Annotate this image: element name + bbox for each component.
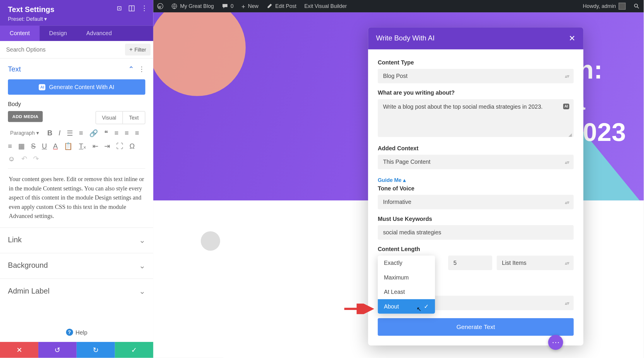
undo-button[interactable]: ↺ [38, 342, 77, 358]
section-kebab-icon[interactable]: ⋮ [138, 65, 145, 73]
length-unit-select[interactable]: List Items▵▿ [497, 255, 574, 270]
panel-tabs: Content Design Advanced [0, 25, 153, 41]
align-right-icon[interactable]: ≡ [135, 129, 139, 137]
divi-fab-button[interactable]: ⋯ [548, 335, 563, 350]
textcolor-icon[interactable]: A [53, 142, 58, 150]
ul-icon[interactable]: ☰ [67, 129, 73, 137]
quote-icon[interactable]: ❝ [104, 129, 108, 137]
content-type-select[interactable]: Blog Post▵▿ [378, 69, 573, 83]
filter-button[interactable]: +Filter [125, 44, 151, 56]
wp-admin-bar: My Great Blog 0 +New Edit Post Exit Visu… [153, 0, 643, 12]
clear-icon[interactable]: Tₓ [79, 142, 86, 150]
redo-button[interactable]: ↻ [77, 342, 115, 358]
user-avatar-icon [619, 3, 626, 10]
indent-icon[interactable]: ⇤ [93, 142, 98, 150]
comments-link[interactable]: 0 [218, 0, 237, 12]
strike-icon[interactable]: S [31, 142, 36, 150]
help-link[interactable]: ?Help [0, 323, 153, 342]
tab-design[interactable]: Design [40, 25, 77, 41]
undo-icon[interactable]: ↶ [21, 155, 27, 163]
dots-icon: ⋯ [552, 337, 560, 347]
annotation-arrow-icon [343, 304, 374, 314]
select-arrow-icon: ▵▿ [565, 301, 569, 306]
text-settings-panel: Text Settings Preset: Default ▾ ⋮ Conten… [0, 0, 153, 358]
body-editor[interactable]: Your content goes here. Edit or remove t… [8, 168, 145, 227]
guide-me-toggle[interactable]: Guide Me ▴ [378, 177, 573, 183]
special-char-icon[interactable]: Ω [129, 142, 135, 150]
context-label: Added Context [378, 145, 573, 152]
kebab-icon[interactable]: ⋮ [141, 5, 147, 11]
tone-select[interactable]: Informative▵▿ [378, 195, 573, 209]
expand-icon[interactable] [129, 5, 135, 11]
underline-icon[interactable]: U [42, 142, 47, 150]
add-media-button[interactable]: ADD MEDIA [8, 111, 43, 122]
outdent-icon[interactable]: ⇥ [104, 142, 110, 150]
text-tab[interactable]: Text [122, 112, 145, 124]
editor-toolbar: Paragraph ▾ B I ☰ ≡ 🔗 ❝ ≡ ≡ ≡ ≡ ▦ S U A … [0, 124, 153, 166]
about-textarea[interactable] [378, 99, 573, 137]
new-content[interactable]: +New [237, 0, 262, 12]
write-body-ai-modal: Write Body With AI ✕ Content Type Blog P… [368, 27, 583, 345]
exit-visual-builder[interactable]: Exit Visual Builder [300, 0, 351, 12]
length-option-maximum[interactable]: Maximum [378, 270, 435, 285]
tab-content[interactable]: Content [0, 25, 40, 41]
section-link[interactable]: Link⌄ [0, 227, 153, 253]
cursor-icon: ↖ [417, 306, 422, 313]
select-arrow-icon: ▵▿ [565, 260, 569, 265]
visual-tab[interactable]: Visual [96, 112, 122, 124]
generate-content-ai-button[interactable]: AIGenerate Content With AI [8, 79, 145, 95]
search-icon[interactable] [630, 3, 644, 9]
section-text-header[interactable]: Text ⌃⋮ [0, 59, 153, 79]
close-icon[interactable]: ✕ [569, 33, 576, 43]
ai-icon[interactable]: AI [563, 103, 569, 109]
section-admin-label[interactable]: Admin Label⌄ [0, 278, 153, 304]
resize-grip-icon[interactable]: ◢ [568, 132, 572, 137]
select-arrow-icon: ▵▿ [565, 200, 569, 204]
keywords-input[interactable] [378, 225, 573, 240]
select-arrow-icon: ▵▿ [565, 159, 569, 164]
drag-icon[interactable] [116, 5, 122, 11]
save-button[interactable]: ✓ [115, 342, 153, 358]
chevron-down-icon: ⌄ [139, 236, 145, 245]
edit-post[interactable]: Edit Post [263, 0, 300, 12]
section-background[interactable]: Background⌄ [0, 253, 153, 278]
paste-icon[interactable]: 📋 [64, 142, 73, 150]
site-name[interactable]: My Great Blog [167, 0, 218, 12]
link-icon[interactable]: 🔗 [89, 129, 98, 137]
select-arrow-icon: ▵▿ [565, 74, 569, 79]
author-avatar [201, 231, 220, 251]
content-type-label: Content Type [378, 59, 573, 66]
ol-icon[interactable]: ≡ [79, 129, 83, 137]
length-option-about[interactable]: About✓ [378, 299, 435, 314]
generate-text-button[interactable]: Generate Text [378, 318, 573, 336]
length-mode-dropdown: Exactly Maximum At Least About✓ [378, 255, 435, 314]
redo-icon[interactable]: ↷ [33, 155, 39, 163]
modal-title: Write Body With AI [376, 34, 434, 42]
paragraph-format-select[interactable]: Paragraph ▾ [8, 129, 41, 137]
length-option-exactly[interactable]: Exactly [378, 255, 435, 270]
howdy-account[interactable]: Howdy, admin [579, 3, 630, 10]
body-label: Body [0, 101, 153, 111]
collapse-icon[interactable]: ⌃ [128, 65, 134, 73]
context-select[interactable]: This Page Content▵▿ [378, 155, 573, 169]
table-icon[interactable]: ▦ [18, 142, 25, 150]
align-center-icon[interactable]: ≡ [125, 129, 129, 137]
fullscreen-icon[interactable]: ⛶ [116, 142, 123, 150]
bold-icon[interactable]: B [47, 129, 52, 137]
help-icon: ? [66, 329, 73, 336]
align-left-icon[interactable]: ≡ [114, 129, 119, 137]
check-icon: ✓ [424, 303, 429, 310]
tone-label: Tone of Voice [378, 185, 573, 192]
emoji-icon[interactable]: ☺ [8, 155, 15, 163]
search-options-input[interactable] [0, 42, 122, 57]
tab-advanced[interactable]: Advanced [77, 25, 121, 41]
preset-selector[interactable]: Preset: Default ▾ [8, 16, 145, 22]
panel-action-bar: ✕ ↺ ↻ ✓ [0, 342, 153, 358]
align-justify-icon[interactable]: ≡ [8, 142, 12, 150]
length-count-input[interactable] [448, 255, 492, 270]
chevron-down-icon: ⌄ [139, 287, 145, 296]
wp-logo[interactable] [153, 0, 167, 12]
length-option-atleast[interactable]: At Least [378, 285, 435, 299]
italic-icon[interactable]: I [59, 129, 61, 137]
discard-button[interactable]: ✕ [0, 342, 38, 358]
